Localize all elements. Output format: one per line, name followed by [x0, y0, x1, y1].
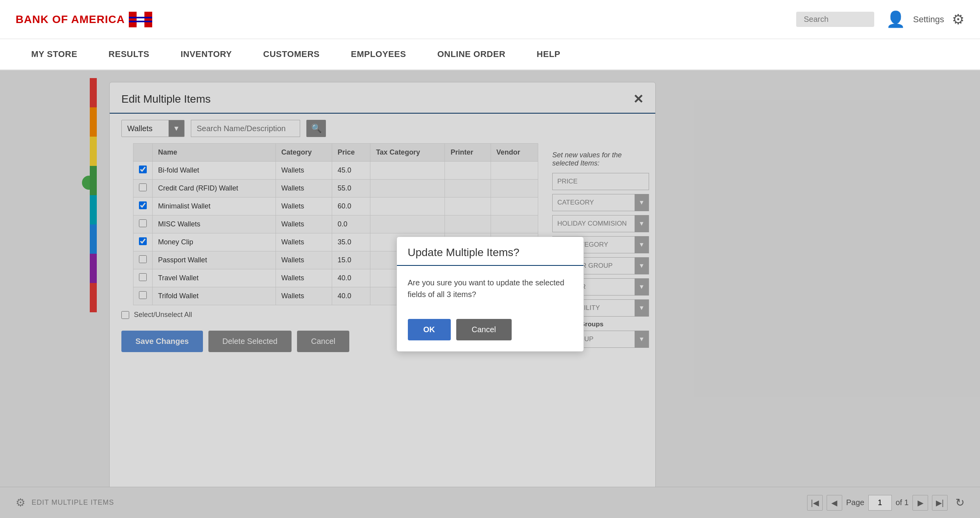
dialog-header: Update Multiple Items?	[397, 237, 583, 266]
top-navigation: BANK OF AMERICA 👤 Settings ⚙	[0, 0, 980, 39]
main-content: Edit Multiple Items ✕ Wallets ▼ 🔍 Name	[0, 70, 980, 518]
search-input-top[interactable]	[796, 12, 874, 27]
menu-bar: MY STORE RESULTS INVENTORY CUSTOMERS EMP…	[0, 39, 980, 70]
dialog-overlay: Update Multiple Items? Are you sure you …	[0, 70, 980, 518]
menu-item-results[interactable]: RESULTS	[108, 47, 149, 61]
menu-item-customers[interactable]: CUSTOMERS	[263, 47, 320, 61]
menu-item-online-order[interactable]: ONLINE ORDER	[437, 47, 505, 61]
menu-item-employees[interactable]: EMPLOYEES	[351, 47, 406, 61]
dialog-body: Are you sure you want to update the sele…	[397, 266, 583, 311]
dialog-title: Update Multiple Items?	[408, 246, 519, 258]
menu-item-inventory[interactable]: INVENTORY	[181, 47, 232, 61]
user-icon[interactable]: 👤	[886, 10, 905, 28]
dialog-cancel-button[interactable]: Cancel	[456, 319, 512, 340]
dialog-footer: OK Cancel	[397, 311, 583, 351]
logo-flag-icon	[129, 12, 152, 27]
svg-rect-2	[144, 12, 152, 27]
svg-rect-1	[137, 12, 144, 27]
dialog-message: Are you sure you want to update the sele…	[408, 278, 564, 299]
dialog-ok-button[interactable]: OK	[408, 319, 451, 340]
settings-link[interactable]: Settings	[913, 14, 944, 25]
update-multiple-items-dialog: Update Multiple Items? Are you sure you …	[397, 237, 584, 352]
settings-gear-icon[interactable]: ⚙	[952, 11, 964, 28]
menu-item-my-store[interactable]: MY STORE	[31, 47, 77, 61]
logo-text: BANK OF AMERICA	[16, 13, 125, 26]
svg-rect-0	[129, 12, 137, 27]
logo-area: BANK OF AMERICA	[16, 12, 152, 27]
menu-item-help[interactable]: HELP	[537, 47, 560, 61]
